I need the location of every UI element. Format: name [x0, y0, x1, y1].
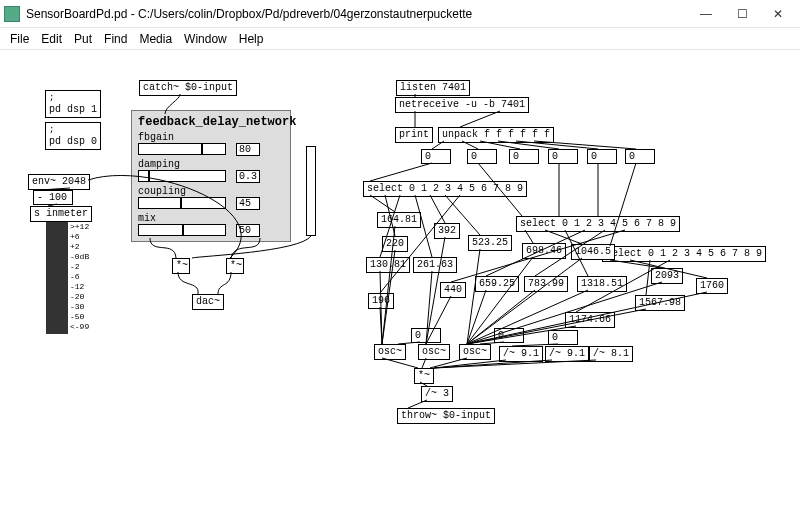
obj-osc[interactable]: osc~: [374, 344, 406, 360]
obj-osc[interactable]: osc~: [459, 344, 491, 360]
obj-catch[interactable]: catch~ $0-input: [139, 80, 237, 96]
obj-select-2[interactable]: select 0 1 2 3 4 5 6 7 8 9: [516, 216, 680, 232]
msg-freq[interactable]: 659.25: [475, 276, 519, 292]
msg-freq[interactable]: 2093: [651, 268, 683, 284]
obj-inmeter[interactable]: s inmeter: [30, 206, 92, 222]
obj-mul-r[interactable]: *~: [226, 258, 244, 274]
num-zero[interactable]: 0: [494, 328, 524, 343]
obj-select-3[interactable]: select 0 1 2 3 4 5 6 7 8 9: [602, 246, 766, 262]
obj-netreceive[interactable]: netreceive -u -b 7401: [395, 97, 529, 113]
menu-file[interactable]: File: [10, 32, 29, 46]
num-zero[interactable]: 0: [421, 149, 451, 164]
slider-fbgain[interactable]: [138, 143, 226, 155]
msg-listen[interactable]: listen 7401: [396, 80, 470, 96]
slider-coupling[interactable]: [138, 197, 226, 209]
obj-dac[interactable]: dac~: [192, 294, 224, 310]
msg-freq[interactable]: 1318.51: [577, 276, 627, 292]
msg-freq[interactable]: 1567.98: [635, 295, 685, 311]
msg-freq[interactable]: 392: [434, 223, 460, 239]
obj-mul[interactable]: *~: [414, 368, 434, 384]
msg-freq[interactable]: 440: [440, 282, 466, 298]
vu-label: -0dB: [70, 252, 89, 261]
msg-freq[interactable]: 1174.66: [565, 312, 615, 328]
num-fbgain[interactable]: 80: [236, 143, 260, 156]
msg-freq[interactable]: 1760: [696, 278, 728, 294]
vu-label: -50: [70, 312, 84, 321]
obj-div3[interactable]: /~ 3: [421, 386, 453, 402]
num-damping[interactable]: 0.3: [236, 170, 260, 183]
obj-env[interactable]: env~ 2048: [28, 174, 90, 190]
vu-label: <-99: [70, 322, 89, 331]
num-zero[interactable]: 0: [509, 149, 539, 164]
num-zero[interactable]: 0: [467, 149, 497, 164]
menubar: File Edit Put Find Media Window Help: [0, 28, 800, 50]
maximize-button[interactable]: ☐: [724, 0, 760, 28]
fdn-title: feedback_delay_network: [138, 115, 284, 129]
slider-damping[interactable]: [138, 170, 226, 182]
svg-line-22: [545, 230, 582, 244]
row-coupling: coupling 45: [138, 186, 284, 210]
num-zero[interactable]: 0: [625, 149, 655, 164]
svg-line-14: [370, 195, 395, 212]
menu-edit[interactable]: Edit: [41, 32, 62, 46]
obj-throw[interactable]: throw~ $0-input: [397, 408, 495, 424]
slider-mix[interactable]: [138, 224, 226, 236]
msg-freq[interactable]: 698.46: [522, 243, 566, 259]
canvas-fdn[interactable]: feedback_delay_network fbgain 80 damping…: [131, 110, 291, 242]
menu-put[interactable]: Put: [74, 32, 92, 46]
label-mix: mix: [138, 213, 284, 224]
msg-freq[interactable]: 164.81: [377, 212, 421, 228]
svg-line-11: [610, 163, 636, 246]
svg-line-39: [467, 290, 486, 344]
msg-freq[interactable]: 523.25: [468, 235, 512, 251]
num-zero[interactable]: 0: [411, 328, 441, 343]
msg-freq[interactable]: 1046.5: [571, 244, 615, 260]
row-damping: damping 0.3: [138, 159, 284, 183]
svg-line-34: [380, 307, 382, 344]
close-button[interactable]: ✕: [760, 0, 796, 28]
menu-media[interactable]: Media: [139, 32, 172, 46]
svg-line-29: [646, 260, 650, 295]
msg-dsp0[interactable]: ;pd dsp 0: [45, 122, 101, 150]
num-mix[interactable]: 50: [236, 224, 260, 237]
msg-freq[interactable]: 130.81: [366, 257, 410, 273]
vu-label: +2: [70, 242, 80, 251]
menu-find[interactable]: Find: [104, 32, 127, 46]
label-damping: damping: [138, 159, 284, 170]
msg-freq[interactable]: 220: [382, 236, 408, 252]
num-zero[interactable]: 0: [548, 149, 578, 164]
svg-line-2: [460, 111, 500, 127]
patch-canvas[interactable]: ;pd dsp 1 ;pd dsp 0 env~ 2048 - 100 s in…: [0, 50, 800, 509]
obj-mul-l[interactable]: *~: [172, 258, 190, 274]
label-fbgain: fbgain: [138, 132, 284, 143]
row-fbgain: fbgain 80: [138, 132, 284, 156]
obj-select-1[interactable]: select 0 1 2 3 4 5 6 7 8 9: [363, 181, 527, 197]
msg-freq[interactable]: 261.63: [413, 257, 457, 273]
msg-dsp1[interactable]: ;pd dsp 1: [45, 90, 101, 118]
obj-unpack[interactable]: unpack f f f f f f: [438, 127, 554, 143]
msg-freq[interactable]: 196: [368, 293, 394, 309]
minimize-button[interactable]: —: [688, 0, 724, 28]
obj-div[interactable]: /~ 9.1: [545, 346, 589, 362]
svg-line-9: [370, 163, 432, 181]
menu-window[interactable]: Window: [184, 32, 227, 46]
obj-div[interactable]: /~ 9.1: [499, 346, 543, 362]
vu-label: -2: [70, 262, 80, 271]
num-coupling[interactable]: 45: [236, 197, 260, 210]
menu-help[interactable]: Help: [239, 32, 264, 46]
numbox-minus100[interactable]: - 100: [33, 190, 73, 205]
titlebar: SensorBoardPd.pd - C:/Users/colin/Dropbo…: [0, 0, 800, 28]
num-zero[interactable]: 0: [548, 330, 578, 345]
svg-line-18: [430, 195, 445, 223]
vslider[interactable]: [306, 146, 316, 236]
vu-label: -12: [70, 282, 84, 291]
vu-label: >+12: [70, 222, 89, 231]
vu-label: +6: [70, 232, 80, 241]
vu-meter: >+12 +6 +2 -0dB -2 -6 -12 -20 -30 -50 <-…: [46, 222, 68, 334]
num-zero[interactable]: 0: [587, 149, 617, 164]
msg-freq[interactable]: 783.99: [524, 276, 568, 292]
vu-label: -30: [70, 302, 84, 311]
obj-osc[interactable]: osc~: [418, 344, 450, 360]
obj-print[interactable]: print: [395, 127, 433, 143]
obj-div[interactable]: /~ 8.1: [589, 346, 633, 362]
